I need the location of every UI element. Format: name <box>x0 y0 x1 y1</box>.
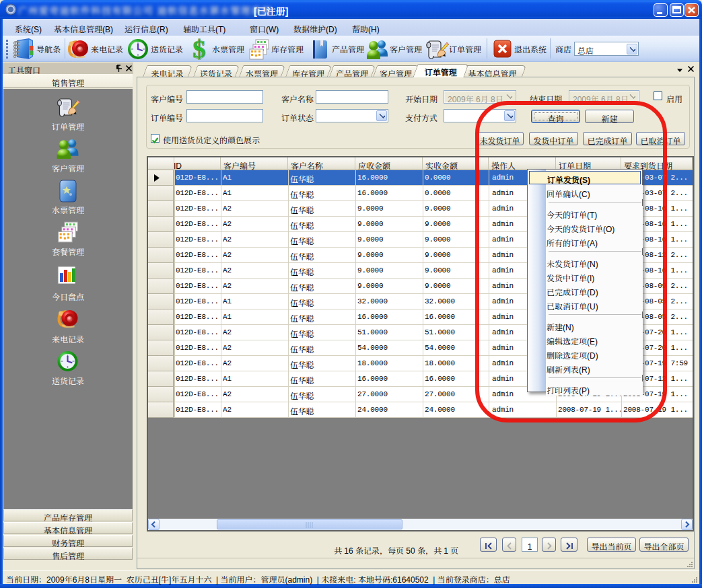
svg-text:$: $ <box>193 37 206 62</box>
